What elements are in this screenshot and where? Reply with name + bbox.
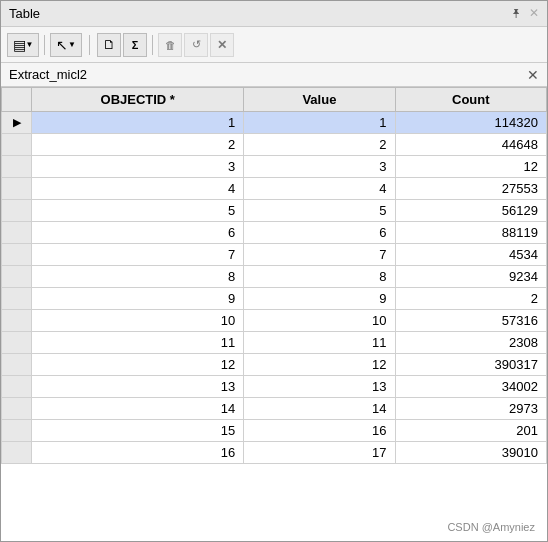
table-row[interactable]: 101057316 — [2, 310, 547, 332]
add-field-button[interactable]: 🗋 — [97, 33, 121, 57]
value-cell: 14 — [244, 398, 395, 420]
row-indicator-cell — [2, 420, 32, 442]
table-row[interactable]: 1212390317 — [2, 354, 547, 376]
remove-icon: ✕ — [217, 38, 227, 52]
table-row[interactable]: 3312 — [2, 156, 547, 178]
value-cell: 6 — [244, 222, 395, 244]
table-row[interactable]: 774534 — [2, 244, 547, 266]
objectid-cell: 11 — [32, 332, 244, 354]
value-cell: 10 — [244, 310, 395, 332]
row-indicator-cell — [2, 178, 32, 200]
objectid-cell: 8 — [32, 266, 244, 288]
table-window: Table 🖈 ✕ ▤ ▼ ↖ ▼ 🗋 Σ — [0, 0, 548, 542]
separator-1 — [44, 35, 45, 55]
toolbar-group-main: ▤ ▼ ↖ ▼ — [7, 33, 82, 57]
table-row[interactable]: 6688119 — [2, 222, 547, 244]
count-cell: 9234 — [395, 266, 546, 288]
select-icon: ↖ — [56, 37, 68, 53]
value-cell: 2 — [244, 134, 395, 156]
value-cell: 4 — [244, 178, 395, 200]
row-indicator-cell — [2, 156, 32, 178]
value-cell: 12 — [244, 354, 395, 376]
count-cell: 39010 — [395, 442, 546, 464]
col-value[interactable]: Value — [244, 88, 395, 112]
value-cell: 3 — [244, 156, 395, 178]
objectid-cell: 4 — [32, 178, 244, 200]
table-row[interactable]: 161739010 — [2, 442, 547, 464]
objectid-cell: 12 — [32, 354, 244, 376]
objectid-cell: 7 — [32, 244, 244, 266]
table-row[interactable]: 5556129 — [2, 200, 547, 222]
select-dropdown-icon: ▼ — [68, 40, 76, 49]
table-row[interactable]: ▶11114320 — [2, 112, 547, 134]
count-cell: 34002 — [395, 376, 546, 398]
toolbar-group-edit: 🗋 Σ 🗑 ↺ ✕ — [97, 33, 234, 57]
count-cell: 114320 — [395, 112, 546, 134]
layer-header: Extract_micl2 ✕ — [1, 63, 547, 87]
value-cell: 1 — [244, 112, 395, 134]
row-indicator-cell — [2, 398, 32, 420]
row-indicator-cell — [2, 266, 32, 288]
objectid-cell: 3 — [32, 156, 244, 178]
refresh-icon: ↺ — [192, 38, 201, 51]
table-row[interactable]: 131334002 — [2, 376, 547, 398]
row-indicator-cell — [2, 134, 32, 156]
toolbar: ▤ ▼ ↖ ▼ 🗋 Σ 🗑 ↺ — [1, 27, 547, 63]
table-container[interactable]: OBJECTID * Value Count ▶1111432022446483… — [1, 87, 547, 541]
row-indicator-cell — [2, 354, 32, 376]
value-cell: 8 — [244, 266, 395, 288]
objectid-cell: 1 — [32, 112, 244, 134]
count-cell: 2308 — [395, 332, 546, 354]
title-bar-controls: 🖈 ✕ — [510, 6, 539, 21]
table-icon: ▤ — [13, 37, 26, 53]
count-cell: 27553 — [395, 178, 546, 200]
window-title: Table — [9, 6, 40, 21]
calculate-button[interactable]: Σ — [123, 33, 147, 57]
value-cell: 5 — [244, 200, 395, 222]
title-bar: Table 🖈 ✕ — [1, 1, 547, 27]
row-indicator-cell — [2, 222, 32, 244]
remove-button[interactable]: ✕ — [210, 33, 234, 57]
select-button[interactable]: ↖ ▼ — [50, 33, 82, 57]
table-row[interactable]: 992 — [2, 288, 547, 310]
delete-button[interactable]: 🗑 — [158, 33, 182, 57]
layer-close-button[interactable]: ✕ — [527, 68, 539, 82]
table-row[interactable]: 4427553 — [2, 178, 547, 200]
pin-button[interactable]: 🖈 — [510, 6, 523, 21]
row-indicator-cell — [2, 332, 32, 354]
table-row[interactable]: 1516201 — [2, 420, 547, 442]
objectid-cell: 6 — [32, 222, 244, 244]
dropdown-arrow-icon: ▼ — [26, 40, 34, 49]
delete-icon: 🗑 — [165, 39, 176, 51]
title-separator: ✕ — [529, 6, 539, 21]
col-objectid[interactable]: OBJECTID * — [32, 88, 244, 112]
count-cell: 56129 — [395, 200, 546, 222]
row-indicator-cell: ▶ — [2, 112, 32, 134]
separator-3 — [152, 35, 153, 55]
count-cell: 12 — [395, 156, 546, 178]
table-row[interactable]: 14142973 — [2, 398, 547, 420]
objectid-cell: 15 — [32, 420, 244, 442]
objectid-cell: 10 — [32, 310, 244, 332]
table-options-button[interactable]: ▤ ▼ — [7, 33, 39, 57]
value-cell: 16 — [244, 420, 395, 442]
table-row[interactable]: 889234 — [2, 266, 547, 288]
objectid-cell: 13 — [32, 376, 244, 398]
value-cell: 17 — [244, 442, 395, 464]
objectid-cell: 5 — [32, 200, 244, 222]
count-cell: 2 — [395, 288, 546, 310]
col-count[interactable]: Count — [395, 88, 546, 112]
refresh-button[interactable]: ↺ — [184, 33, 208, 57]
row-indicator-cell — [2, 376, 32, 398]
row-indicator-cell — [2, 244, 32, 266]
table-row[interactable]: 2244648 — [2, 134, 547, 156]
objectid-cell: 2 — [32, 134, 244, 156]
count-cell: 390317 — [395, 354, 546, 376]
table-row[interactable]: 11112308 — [2, 332, 547, 354]
count-cell: 88119 — [395, 222, 546, 244]
table-header-row: OBJECTID * Value Count — [2, 88, 547, 112]
add-field-icon: 🗋 — [103, 37, 116, 52]
watermark-text: CSDN @Amyniez — [447, 521, 535, 533]
row-indicator-cell — [2, 288, 32, 310]
value-cell: 13 — [244, 376, 395, 398]
